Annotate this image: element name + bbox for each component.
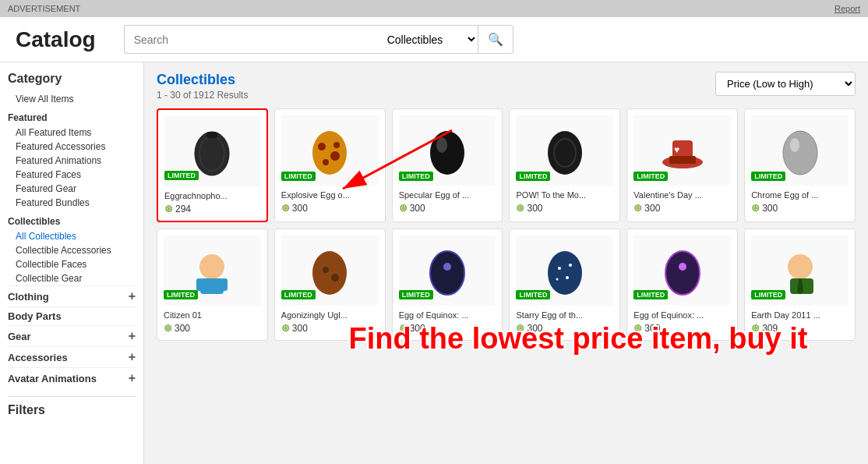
sort-dropdown[interactable]: Price (Low to High) Price (High to Low) … xyxy=(715,72,856,96)
svg-point-11 xyxy=(436,137,447,153)
item-card[interactable]: LIMITEDCitizen 01⊛ 300 xyxy=(157,228,268,341)
svg-point-35 xyxy=(556,278,558,281)
sidebar-item-collectible-faces[interactable]: Collectible Faces xyxy=(8,257,136,271)
sidebar-item-featured-animations[interactable]: Featured Animations xyxy=(8,154,136,168)
search-bar: Collectibles All Categories Accessories … xyxy=(124,25,513,54)
category-heading: Category xyxy=(8,72,136,86)
avatar-animations-toggle[interactable]: Avatar Animations + xyxy=(8,367,136,388)
robux-icon: ⊛ xyxy=(164,203,173,214)
svg-point-38 xyxy=(679,263,686,271)
avatar-animations-plus-icon: + xyxy=(129,371,136,385)
item-price: ⊛ 300 xyxy=(516,202,613,214)
svg-point-7 xyxy=(330,151,340,161)
limited-badge: LIMITED xyxy=(633,290,668,299)
item-price: ⊛ 300 xyxy=(281,322,379,334)
content-header: Collectibles 1 - 30 of 1912 Results Pric… xyxy=(157,72,856,101)
view-all-items-link[interactable]: View All Items xyxy=(8,92,136,106)
robux-icon: ⊛ xyxy=(633,322,642,334)
items-grid: LIMITEDEggrachnopho...⊛ 294LIMITEDExplos… xyxy=(157,108,856,341)
svg-rect-16 xyxy=(669,156,696,164)
item-name: Starry Egg of th... xyxy=(516,310,613,320)
main-layout: Category View All Items Featured All Fea… xyxy=(0,62,868,464)
content-wrapper: Find the lowest price item, buy it Colle… xyxy=(144,62,868,464)
robux-icon: ⊛ xyxy=(281,202,290,214)
item-card[interactable]: LIMITEDEarth Day 2011 ...⊛ 309 xyxy=(744,228,856,341)
item-price: ⊛ 294 xyxy=(164,203,260,214)
limited-badge: LIMITED xyxy=(164,171,199,180)
accessories-plus-icon: + xyxy=(129,350,136,364)
item-card[interactable]: LIMITEDStarry Egg of th...⊛ 300 xyxy=(509,228,620,341)
robux-icon: ⊛ xyxy=(751,202,760,214)
robux-icon: ⊛ xyxy=(281,322,290,334)
limited-badge: LIMITED xyxy=(516,290,550,299)
sidebar-item-featured-accessories[interactable]: Featured Accessories xyxy=(8,140,136,154)
svg-point-25 xyxy=(312,251,347,295)
item-card[interactable]: LIMITEDEgg of Equinox: ...⊛ 300 xyxy=(626,228,738,341)
clothing-plus-icon: + xyxy=(129,289,136,303)
sidebar-item-featured-gear[interactable]: Featured Gear xyxy=(8,182,136,196)
sidebar-item-all-collectibles[interactable]: All Collectibles xyxy=(8,229,136,243)
robux-icon: ⊛ xyxy=(399,202,408,214)
item-card[interactable]: LIMITEDSpecular Egg of ...⊛ 300 xyxy=(392,108,503,222)
item-name: Agonizingly Ugl... xyxy=(281,310,379,320)
item-card[interactable]: LIMITEDAgonizingly Ugl...⊛ 300 xyxy=(274,228,386,341)
item-card[interactable]: LIMITEDPOW! To the Mo...⊛ 300 xyxy=(509,108,620,222)
item-name: Egg of Equinox: ... xyxy=(633,310,731,320)
limited-badge: LIMITED xyxy=(633,172,668,181)
filters-header: Filters xyxy=(8,396,136,417)
item-name: Eggrachnopho... xyxy=(164,191,260,200)
item-card[interactable]: LIMITEDChrome Egg of ...⊛ 300 xyxy=(744,108,856,222)
svg-point-33 xyxy=(569,264,572,267)
item-card[interactable]: ♥LIMITEDValentine's Day ...⊛ 300 xyxy=(626,108,738,222)
search-category-select[interactable]: Collectibles All Categories Accessories … xyxy=(375,25,478,54)
limited-badge: LIMITED xyxy=(516,172,550,181)
item-name: Valentine's Day ... xyxy=(633,190,731,200)
svg-point-2 xyxy=(195,132,229,175)
search-input[interactable] xyxy=(124,25,375,54)
collectibles-header: Collectibles xyxy=(8,216,136,227)
sidebar: Category View All Items Featured All Fea… xyxy=(0,62,144,464)
item-price: ⊛ 300 xyxy=(633,202,731,214)
body-parts-toggle[interactable]: Body Parts xyxy=(8,306,136,325)
svg-rect-22 xyxy=(200,278,224,294)
robux-icon: ⊛ xyxy=(516,322,524,334)
item-card[interactable]: LIMITEDEgg of Equinox: ...⊛ 300 xyxy=(392,228,503,341)
clothing-toggle[interactable]: Clothing + xyxy=(8,285,136,306)
sidebar-item-collectible-gear[interactable]: Collectible Gear xyxy=(8,271,136,285)
svg-point-6 xyxy=(318,143,326,151)
sidebar-item-featured-bundles[interactable]: Featured Bundles xyxy=(8,196,136,210)
search-button[interactable]: 🔍 xyxy=(478,25,513,54)
robux-icon: ⊛ xyxy=(633,202,642,214)
limited-badge: LIMITED xyxy=(281,290,316,299)
svg-point-12 xyxy=(548,131,582,175)
item-name: Chrome Egg of ... xyxy=(751,190,849,200)
limited-badge: LIMITED xyxy=(399,172,433,181)
gear-toggle[interactable]: Gear + xyxy=(8,325,136,346)
limited-badge: LIMITED xyxy=(399,290,433,299)
gear-plus-icon: + xyxy=(129,329,136,343)
svg-rect-24 xyxy=(221,278,228,291)
catalog-title: Catalog xyxy=(16,27,96,52)
robux-icon: ⊛ xyxy=(516,202,524,214)
svg-point-34 xyxy=(566,276,569,279)
svg-point-19 xyxy=(790,138,799,152)
content-results: 1 - 30 of 1912 Results xyxy=(157,90,248,101)
svg-point-10 xyxy=(430,131,464,175)
svg-point-39 xyxy=(788,254,813,279)
svg-point-31 xyxy=(548,251,582,295)
item-price: ⊛ 300 xyxy=(399,322,496,334)
item-card[interactable]: LIMITEDEggrachnopho...⊛ 294 xyxy=(157,108,268,222)
featured-header: Featured xyxy=(8,112,136,123)
sidebar-item-all-featured[interactable]: All Featured Items xyxy=(8,126,136,140)
report-link[interactable]: Report xyxy=(834,4,860,13)
item-price: ⊛ 300 xyxy=(516,322,613,334)
svg-point-8 xyxy=(323,159,329,165)
accessories-toggle[interactable]: Accessories + xyxy=(8,346,136,367)
sidebar-item-collectible-accessories[interactable]: Collectible Accessories xyxy=(8,243,136,257)
svg-text:♥: ♥ xyxy=(674,144,679,155)
content: Collectibles 1 - 30 of 1912 Results Pric… xyxy=(144,62,868,350)
limited-badge: LIMITED xyxy=(751,290,785,299)
ad-bar: ADVERTISEMENT Report xyxy=(0,0,868,17)
sidebar-item-featured-faces[interactable]: Featured Faces xyxy=(8,168,136,182)
item-card[interactable]: LIMITEDExplosive Egg o...⊛ 300 xyxy=(274,108,386,222)
